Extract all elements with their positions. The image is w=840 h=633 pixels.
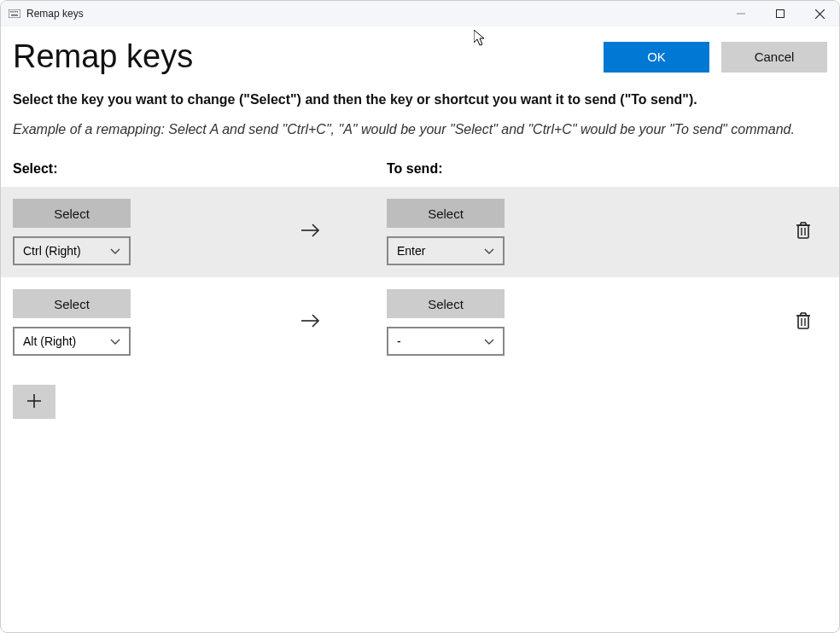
cancel-button[interactable]: Cancel	[721, 42, 827, 73]
arrow-column	[235, 311, 387, 334]
source-key-dropdown[interactable]: Ctrl (Right)	[13, 236, 131, 265]
column-header-to-send: To send:	[387, 161, 827, 177]
delete-column	[609, 221, 827, 243]
mapping-row: Select Alt (Right) Select -	[1, 277, 839, 368]
column-headers: Select: To send:	[1, 161, 839, 187]
svg-rect-11	[798, 225, 808, 238]
svg-rect-7	[777, 10, 785, 18]
arrow-right-icon	[300, 220, 322, 244]
delete-column	[609, 311, 827, 334]
window-title: Remap keys	[26, 8, 84, 20]
add-mapping-button[interactable]	[13, 385, 55, 419]
instructions: Select the key you want to change ("Sele…	[1, 92, 839, 139]
target-column: Select -	[387, 289, 609, 356]
trash-icon[interactable]	[795, 311, 812, 334]
chevron-down-icon	[110, 334, 120, 348]
svg-rect-1	[10, 11, 12, 13]
target-key-dropdown[interactable]: Enter	[387, 236, 505, 265]
mapping-row: Select Ctrl (Right) Select Enter	[1, 187, 839, 277]
ok-button[interactable]: OK	[604, 42, 709, 73]
source-key-dropdown[interactable]: Alt (Right)	[13, 327, 131, 356]
titlebar: Remap keys	[1, 1, 839, 26]
svg-rect-5	[11, 15, 18, 16]
svg-rect-2	[13, 11, 15, 13]
window-controls	[721, 1, 839, 26]
source-key-value: Alt (Right)	[23, 334, 76, 348]
select-target-key-button[interactable]: Select	[387, 289, 505, 318]
keyboard-icon	[8, 7, 21, 20]
select-source-key-button[interactable]: Select	[13, 289, 131, 318]
target-key-value: -	[397, 334, 401, 348]
instructions-example: Example of a remapping: Select A and sen…	[13, 119, 827, 139]
minimize-button[interactable]	[721, 1, 761, 26]
header-row: Remap keys OK Cancel	[1, 26, 839, 92]
instructions-main: Select the key you want to change ("Sele…	[13, 92, 827, 107]
svg-rect-3	[15, 11, 16, 13]
maximize-button[interactable]	[761, 1, 800, 26]
source-column: Select Ctrl (Right)	[13, 199, 235, 265]
arrow-column	[235, 220, 387, 244]
chevron-down-icon	[110, 244, 120, 258]
plus-icon	[26, 392, 43, 412]
source-column: Select Alt (Right)	[13, 289, 235, 356]
target-key-dropdown[interactable]: -	[387, 327, 505, 356]
close-button[interactable]	[800, 1, 839, 26]
trash-icon[interactable]	[795, 221, 812, 243]
source-key-value: Ctrl (Right)	[23, 244, 81, 258]
svg-rect-19	[798, 316, 808, 328]
target-key-value: Enter	[397, 244, 425, 258]
arrow-right-icon	[300, 311, 322, 334]
page-title: Remap keys	[13, 38, 592, 75]
select-source-key-button[interactable]: Select	[13, 199, 131, 228]
target-column: Select Enter	[387, 199, 609, 265]
chevron-down-icon	[484, 244, 494, 258]
select-target-key-button[interactable]: Select	[387, 199, 505, 228]
svg-rect-4	[17, 11, 19, 13]
column-header-select: Select:	[13, 161, 387, 177]
chevron-down-icon	[484, 334, 494, 348]
svg-rect-0	[9, 9, 20, 18]
